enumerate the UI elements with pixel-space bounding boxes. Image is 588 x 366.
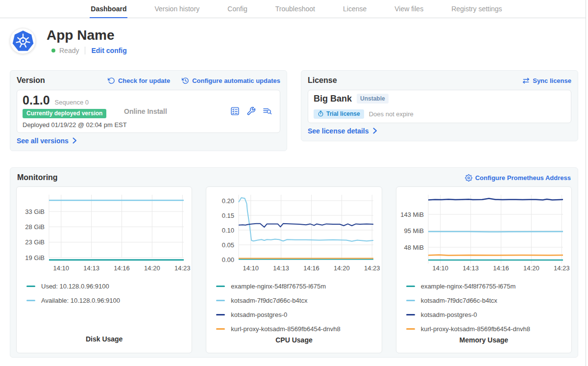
status-dot (51, 49, 55, 52)
y-tick-label: 0.20 (222, 197, 234, 204)
license-expiry: Does not expire (369, 110, 414, 118)
legend-label: kurl-proxy-kotsadm-8569fb6454-dnvh8 (231, 325, 340, 333)
tab-troubleshoot[interactable]: Troubleshoot (274, 0, 316, 18)
config-wrench-icon[interactable] (246, 106, 256, 116)
configure-prometheus-link[interactable]: Configure Prometheus Address (465, 174, 571, 182)
disk-usage-chart-card: 33 GiB28 GiB23 GiB19 GiB14:1014:1314:161… (16, 186, 192, 353)
app-header: App Name Ready Edit config (10, 28, 578, 54)
current-version-panel: 0.1.0 Sequence 0 Currently deployed vers… (17, 90, 280, 133)
series-kotsadm-postgres-0 (428, 198, 563, 200)
y-tick-label: 0.00 (222, 256, 234, 263)
chevron-right-icon (373, 128, 377, 134)
x-tick-label: 14:23 (364, 264, 380, 272)
check-for-update-link[interactable]: Check for update (108, 77, 170, 84)
scrollbar-gutter[interactable] (586, 0, 588, 366)
series-kotsadm-7f9dc7d66c-b4tcx (239, 198, 373, 241)
license-card-title: License (308, 76, 337, 85)
x-tick-label: 14:10 (243, 264, 259, 272)
tab-license[interactable]: License (342, 0, 368, 18)
x-tick-label: 14:13 (83, 264, 99, 272)
legend-color-dash (406, 286, 415, 287)
deploy-logs-icon[interactable] (263, 106, 272, 116)
x-tick-label: 14:13 (463, 264, 479, 272)
x-tick-label: 14:16 (493, 264, 510, 272)
configure-automatic-updates-link[interactable]: Configure automatic updates (182, 77, 280, 84)
y-tick-label: 0.05 (222, 241, 234, 248)
refresh-icon (108, 77, 115, 84)
see-license-details-link[interactable]: See license details (308, 127, 377, 135)
memory-usage-chart-card: 143 MiB95 MiB48 MiB14:1014:1314:1614:201… (396, 186, 572, 353)
legend-color-dash (216, 286, 225, 287)
tab-version-history[interactable]: Version history (153, 0, 200, 18)
legend-label: Used: 10.128.0.96:9100 (41, 283, 109, 290)
legend-color-dash (216, 300, 225, 301)
cpu-usage-title: CPU Usage (206, 336, 381, 344)
preflight-checks-icon[interactable] (230, 106, 240, 116)
version-card: Version Check for update (10, 70, 287, 151)
legend-item: kotsadm-7f9dc7d66c-b4tcx (216, 293, 381, 308)
legend-color-dash (406, 328, 415, 330)
tab-config[interactable]: Config (226, 0, 248, 18)
chevron-right-icon (73, 137, 77, 144)
tab-dashboard[interactable]: Dashboard (90, 0, 127, 18)
main-content: App Name Ready Edit config Version (0, 28, 588, 358)
legend-item: kurl-proxy-kotsadm-8569fb6454-dnvh8 (406, 322, 571, 336)
legend-label: Available: 10.128.0.96:9100 (41, 297, 120, 304)
series-kurl-proxy-kotsadm-8569fb6454-dnvh8 (428, 255, 563, 255)
gear-icon (465, 174, 472, 182)
y-tick-label: 19 GiB (25, 254, 45, 261)
y-tick-label: 143 MiB (401, 210, 424, 218)
cpu-usage-chart-card: 0.200.150.100.050.0014:1014:1314:1614:20… (206, 186, 382, 353)
x-tick-label: 14:10 (53, 264, 69, 272)
legend-color-dash (216, 328, 225, 330)
cpu-usage-chart: 0.200.150.100.050.0014:1014:1314:1614:20… (208, 191, 380, 274)
sync-arrows-icon (522, 77, 530, 84)
disk-usage-title: Disk Usage (17, 335, 192, 343)
app-title: App Name (47, 28, 127, 43)
legend-item: example-nginx-54f8f76755-l675m (406, 279, 571, 293)
legend-item: Used: 10.128.0.96:9100 (26, 279, 192, 293)
charts-row: 33 GiB28 GiB23 GiB19 GiB14:1014:1314:161… (16, 186, 572, 353)
kubernetes-logo-icon (12, 30, 34, 52)
divider (85, 47, 85, 54)
auto-update-clock-icon (182, 77, 189, 84)
tab-view-files[interactable]: View files (393, 0, 424, 18)
legend-label: kotsadm-postgres-0 (421, 311, 477, 318)
x-tick-label: 14:13 (273, 264, 289, 272)
x-tick-label: 14:16 (114, 264, 130, 272)
x-tick-label: 14:20 (144, 264, 160, 272)
legend-item: Available: 10.128.0.96:9100 (26, 293, 192, 308)
legend-label: kotsadm-postgres-0 (231, 311, 287, 318)
sync-license-link[interactable]: Sync license (522, 77, 571, 84)
deployed-badge: Currently deployed version (23, 109, 106, 118)
memory-usage-chart: 143 MiB95 MiB48 MiB14:1014:1314:1614:201… (398, 191, 569, 274)
memory-usage-legend: example-nginx-54f8f76755-l675mkotsadm-7f… (406, 279, 571, 336)
legend-label: example-nginx-54f8f76755-l675m (231, 283, 326, 290)
cpu-usage-legend: example-nginx-54f8f76755-l675mkotsadm-7f… (216, 279, 381, 336)
stopwatch-icon (318, 110, 324, 117)
legend-label: example-nginx-54f8f76755-l675m (421, 283, 516, 290)
legend-label: kotsadm-7f9dc7d66c-b4tcx (231, 297, 307, 304)
legend-item: example-nginx-54f8f76755-l675m (216, 279, 381, 293)
see-all-versions-link[interactable]: See all versions (17, 137, 77, 145)
legend-label: kotsadm-7f9dc7d66c-b4tcx (421, 297, 497, 304)
top-navigation: DashboardVersion historyConfigTroublesho… (0, 0, 588, 18)
x-tick-label: 14:23 (554, 264, 570, 272)
version-card-title: Version (17, 76, 45, 85)
channel-badge: Unstable (357, 94, 389, 104)
y-tick-label: 23 GiB (25, 238, 45, 246)
legend-item: kurl-proxy-kotsadm-8569fb6454-dnvh8 (216, 322, 381, 336)
disk-usage-legend: Used: 10.128.0.96:9100Available: 10.128.… (26, 279, 192, 308)
edit-config-link[interactable]: Edit config (91, 47, 126, 54)
tab-registry-settings[interactable]: Registry settings (450, 0, 503, 18)
legend-color-dash (406, 300, 415, 301)
disk-usage-chart: 33 GiB28 GiB23 GiB19 GiB14:1014:1314:161… (19, 191, 190, 274)
legend-color-dash (26, 286, 35, 287)
license-card: License Sync license Big Bank (301, 70, 578, 141)
x-tick-label: 14:16 (303, 264, 319, 272)
monitoring-title: Monitoring (17, 173, 58, 182)
memory-usage-title: Memory Usage (396, 336, 571, 344)
y-tick-label: 0.15 (222, 211, 234, 219)
y-tick-label: 95 MiB (404, 227, 424, 235)
y-tick-label: 0.10 (222, 226, 234, 234)
